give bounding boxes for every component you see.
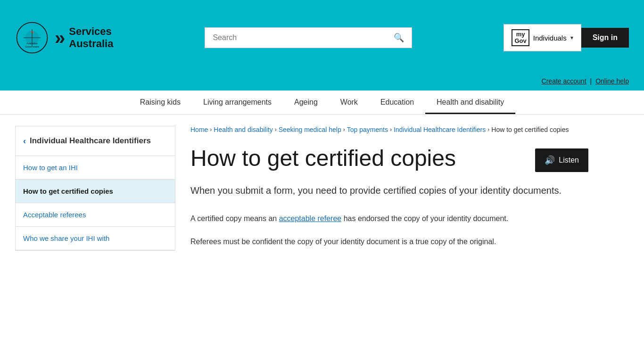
sidebar-item-who-we-share: Who we share your IHI with <box>16 227 175 250</box>
mygov-logo-icon: myGov <box>512 29 529 47</box>
breadcrumb-chevron-2: › <box>275 126 277 133</box>
nav-link-ageing[interactable]: Ageing <box>283 90 329 114</box>
nav-link-education[interactable]: Education <box>369 90 425 114</box>
sidebar-items-list: How to get an IHI How to get certified c… <box>16 156 175 250</box>
nav-link-work[interactable]: Work <box>329 90 369 114</box>
acceptable-referee-link[interactable]: acceptable referee <box>279 214 342 222</box>
breadcrumb-home[interactable]: Home <box>190 126 208 133</box>
nav-item-ageing: Ageing <box>283 90 329 114</box>
sidebar: ‹ Individual Healthcare Identifiers How … <box>15 126 175 251</box>
signin-button[interactable]: Sign in <box>581 28 629 48</box>
breadcrumb-chevron-3: › <box>343 126 345 133</box>
online-help-link[interactable]: Online help <box>595 77 629 85</box>
main-navigation: Raising kids Living arrangements Ageing … <box>0 90 644 115</box>
nav-item-work: Work <box>329 90 369 114</box>
nav-link-health[interactable]: Health and disability <box>425 90 515 114</box>
nav-link-living-arrangements[interactable]: Living arrangements <box>192 90 283 114</box>
sidebar-link-how-to-get-ihi[interactable]: How to get an IHI <box>16 156 175 179</box>
content-wrapper: ‹ Individual Healthcare Identifiers How … <box>0 115 644 271</box>
sidebar-item-acceptable-referees: Acceptable referees <box>16 203 175 227</box>
link-divider: | <box>590 77 592 85</box>
sidebar-header: ‹ Individual Healthcare Identifiers <box>16 126 175 156</box>
sidebar-item-how-to-get-ihi: How to get an IHI <box>16 156 175 180</box>
nav-list: Raising kids Living arrangements Ageing … <box>129 90 515 114</box>
listen-label: Listen <box>559 156 579 165</box>
svg-text:Australian: Australian <box>26 42 38 45</box>
svg-text:Government: Government <box>25 45 39 48</box>
nav-item-living-arrangements: Living arrangements <box>192 90 283 114</box>
breadcrumb-current: How to get certified copies <box>491 126 569 133</box>
mygov-dropdown[interactable]: myGov Individuals ▾ <box>504 24 581 52</box>
breadcrumb-chevron-1: › <box>210 126 212 133</box>
search-area: 🔍 <box>205 27 412 48</box>
search-box[interactable]: 🔍 <box>205 27 412 48</box>
breadcrumb-chevron-4: › <box>390 126 392 133</box>
breadcrumb-ihi[interactable]: Individual Healthcare Identifiers <box>394 126 486 133</box>
search-icon: 🔍 <box>394 33 404 43</box>
main-content: Home › Health and disability › Seeking m… <box>190 126 596 259</box>
services-text: Services Australia <box>69 25 113 50</box>
breadcrumb-health[interactable]: Health and disability <box>214 126 272 133</box>
search-input[interactable] <box>213 33 390 42</box>
listen-button[interactable]: 🔊 Listen <box>535 148 588 172</box>
right-actions: myGov Individuals ▾ Sign in <box>504 24 629 52</box>
breadcrumb-top-payments[interactable]: Top payments <box>347 126 388 133</box>
header-links: Create account | Online help <box>0 75 644 90</box>
nav-item-education: Education <box>369 90 425 114</box>
gov-crest-icon: 🦘 Australian Government <box>15 21 49 55</box>
body-paragraph-2: Referees must be confident the copy of y… <box>190 236 596 248</box>
sidebar-title: Individual Healthcare Identifiers <box>30 136 151 146</box>
sidebar-link-certified-copies[interactable]: How to get certified copies <box>16 180 175 203</box>
breadcrumb-seeking[interactable]: Seeking medical help <box>279 126 341 133</box>
intro-paragraph: When you submit a form, you need to prov… <box>190 183 596 197</box>
nav-link-raising-kids[interactable]: Raising kids <box>129 90 192 114</box>
individuals-label: Individuals <box>533 34 567 42</box>
arrows-icon: » <box>55 28 65 47</box>
create-account-link[interactable]: Create account <box>542 77 586 85</box>
breadcrumb-chevron-5: › <box>487 126 489 133</box>
speaker-icon: 🔊 <box>545 155 555 165</box>
page-title-area: How to get certified copies 🔊 Listen <box>190 145 596 172</box>
sidebar-link-who-we-share[interactable]: Who we share your IHI with <box>16 227 175 250</box>
sidebar-item-certified-copies: How to get certified copies <box>16 180 175 203</box>
body-paragraph-1: A certified copy means an acceptable ref… <box>190 213 596 225</box>
chevron-down-icon: ▾ <box>570 34 573 41</box>
para1-suffix: has endorsed the copy of your identity d… <box>341 214 508 222</box>
nav-item-raising-kids: Raising kids <box>129 90 192 114</box>
back-arrow-icon[interactable]: ‹ <box>23 136 26 146</box>
nav-item-health: Health and disability <box>425 90 515 114</box>
logo-area: 🦘 Australian Government » Services Austr… <box>15 21 113 55</box>
breadcrumb: Home › Health and disability › Seeking m… <box>190 126 596 133</box>
services-australia-logo: » Services Australia <box>55 25 113 50</box>
site-header: 🦘 Australian Government » Services Austr… <box>0 0 644 75</box>
para1-prefix: A certified copy means an <box>190 214 279 222</box>
sidebar-link-acceptable-referees[interactable]: Acceptable referees <box>16 203 175 226</box>
